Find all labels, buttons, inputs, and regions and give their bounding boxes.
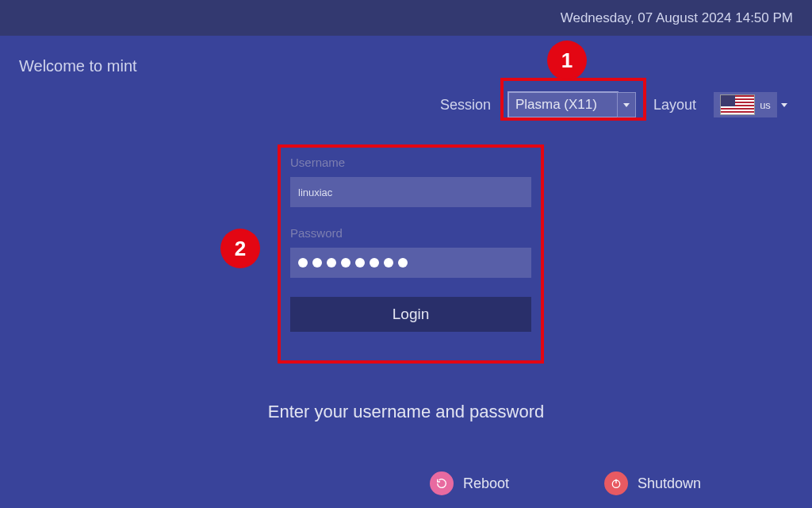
datetime-text: Wednesday, 07 August 2024 14:50 PM bbox=[561, 10, 793, 26]
layout-flag-box[interactable]: us bbox=[714, 92, 777, 117]
welcome-text: Welcome to mint bbox=[19, 57, 137, 75]
layout-dropdown[interactable]: us bbox=[714, 92, 790, 117]
shutdown-button[interactable]: Shutdown bbox=[604, 471, 701, 495]
password-input[interactable] bbox=[290, 248, 531, 278]
session-caret-button[interactable] bbox=[617, 92, 636, 117]
selectors-row: Session Plasma (X11) Layout us bbox=[440, 92, 790, 117]
reboot-label: Reboot bbox=[463, 475, 509, 492]
annotation-badge-1: 1 bbox=[549, 42, 585, 79]
session-value[interactable]: Plasma (X11) bbox=[508, 92, 618, 117]
session-dropdown[interactable]: Plasma (X11) bbox=[508, 92, 636, 117]
chevron-down-icon bbox=[623, 103, 630, 107]
layout-code: us bbox=[760, 99, 771, 111]
layout-caret-button[interactable] bbox=[779, 92, 790, 117]
power-icon bbox=[604, 471, 628, 495]
login-form: Username linuxiac Password Login bbox=[290, 156, 531, 332]
prompt-text: Enter your username and password bbox=[0, 402, 812, 422]
password-label: Password bbox=[290, 226, 531, 240]
password-dots bbox=[290, 258, 408, 267]
username-label: Username bbox=[290, 156, 531, 169]
us-flag-icon bbox=[720, 94, 755, 115]
session-label: Session bbox=[440, 97, 491, 114]
reboot-button[interactable]: Reboot bbox=[430, 471, 509, 495]
shutdown-label: Shutdown bbox=[638, 475, 701, 492]
username-input[interactable]: linuxiac bbox=[290, 177, 531, 207]
power-row: Reboot Shutdown bbox=[430, 471, 701, 495]
login-button[interactable]: Login bbox=[290, 297, 531, 332]
reboot-icon bbox=[430, 471, 454, 495]
annotation-badge-2: 2 bbox=[222, 230, 259, 267]
chevron-down-icon bbox=[781, 103, 787, 107]
layout-label: Layout bbox=[653, 97, 696, 114]
top-bar: Wednesday, 07 August 2024 14:50 PM bbox=[0, 0, 812, 36]
